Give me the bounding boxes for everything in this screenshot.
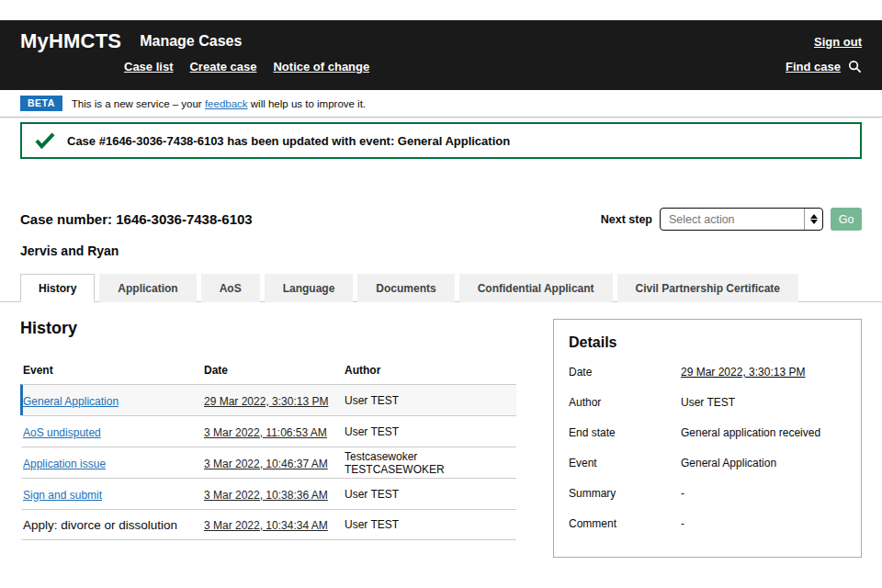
tab-confidential-applicant[interactable]: Confidential Applicant bbox=[459, 274, 613, 302]
details-row: Author User TEST bbox=[569, 396, 846, 426]
details-panel: Details Date 29 Mar 2022, 3:30:13 PM Aut… bbox=[553, 319, 862, 558]
table-row: General Application 29 Mar 2022, 3:30:13… bbox=[20, 384, 516, 415]
details-value-author: User TEST bbox=[681, 396, 846, 409]
success-message: Case #1646-3036-7438-6103 has been updat… bbox=[67, 134, 510, 148]
event-link[interactable]: AoS undisputed bbox=[23, 426, 101, 439]
app-title: Manage Cases bbox=[140, 33, 242, 50]
details-row: End state General application received bbox=[569, 426, 846, 457]
case-parties-name: Jervis and Ryan bbox=[20, 243, 862, 258]
event-date-link[interactable]: 3 Mar 2022, 10:46:37 AM bbox=[204, 458, 328, 470]
details-row: Summary - bbox=[569, 487, 846, 517]
case-tabstrip: History Application AoS Language Documen… bbox=[0, 274, 882, 302]
search-icon[interactable] bbox=[848, 60, 862, 74]
details-label-end-state: End state bbox=[569, 426, 681, 439]
details-value-date[interactable]: 29 Mar 2022, 3:30:13 PM bbox=[681, 366, 846, 379]
details-heading: Details bbox=[569, 334, 846, 351]
event-link[interactable]: General Application bbox=[23, 395, 119, 408]
column-header-event: Event bbox=[23, 364, 204, 377]
table-row: Application issue 3 Mar 2022, 10:46:37 A… bbox=[20, 447, 516, 478]
event-label: Apply: divorce or dissolution bbox=[23, 518, 177, 532]
nav-notice-of-change[interactable]: Notice of change bbox=[273, 60, 369, 74]
app-header: MyHMCTS Manage Cases Sign out Case list … bbox=[0, 20, 882, 90]
event-date-link[interactable]: 3 Mar 2022, 10:34:34 AM bbox=[204, 519, 328, 532]
nav-case-list[interactable]: Case list bbox=[124, 60, 173, 74]
event-author: User TEST bbox=[345, 488, 516, 501]
find-case-link[interactable]: Find case bbox=[786, 60, 841, 74]
column-header-author: Author bbox=[345, 364, 516, 377]
details-row: Comment - bbox=[569, 517, 846, 548]
tab-civil-partnership-certificate[interactable]: Civil Partnership Certificate bbox=[617, 274, 798, 302]
next-step-select[interactable]: Select action bbox=[660, 208, 823, 231]
tab-application[interactable]: Application bbox=[99, 274, 196, 302]
details-row: Date 29 Mar 2022, 3:30:13 PM bbox=[569, 366, 846, 396]
brand-logo[interactable]: MyHMCTS bbox=[20, 29, 121, 53]
tab-history[interactable]: History bbox=[20, 274, 95, 302]
event-author: User TEST bbox=[345, 394, 516, 407]
details-value-comment: - bbox=[681, 517, 846, 530]
nav-create-case[interactable]: Create case bbox=[189, 60, 256, 74]
go-button[interactable]: Go bbox=[831, 208, 862, 231]
history-section: History Event Date Author General Applic… bbox=[20, 319, 516, 540]
details-label-date: Date bbox=[569, 366, 681, 379]
next-step-selected-value: Select action bbox=[661, 213, 804, 226]
event-date-link[interactable]: 3 Mar 2022, 10:38:36 AM bbox=[204, 489, 328, 502]
beta-badge: BETA bbox=[20, 96, 62, 111]
tab-language[interactable]: Language bbox=[265, 274, 354, 302]
details-label-author: Author bbox=[569, 396, 681, 409]
success-banner: Case #1646-3036-7438-6103 has been updat… bbox=[20, 122, 862, 159]
details-row: Event General Application bbox=[569, 457, 846, 487]
select-stepper-icon bbox=[804, 209, 822, 230]
details-value-event: General Application bbox=[681, 457, 846, 469]
feedback-link[interactable]: feedback bbox=[205, 98, 248, 109]
table-row: AoS undisputed 3 Mar 2022, 11:06:53 AM U… bbox=[20, 415, 516, 447]
details-label-summary: Summary bbox=[569, 487, 681, 500]
history-table-header: Event Date Author bbox=[20, 360, 516, 384]
event-author: User TEST bbox=[345, 518, 516, 531]
event-author: User TEST bbox=[345, 425, 516, 438]
beta-text-before: This is a new service – your bbox=[72, 98, 205, 109]
details-label-comment: Comment bbox=[569, 517, 681, 530]
beta-text: This is a new service – your feedback wi… bbox=[72, 98, 366, 109]
sign-out-link[interactable]: Sign out bbox=[814, 35, 862, 49]
column-header-date: Date bbox=[204, 364, 345, 377]
details-label-event: Event bbox=[569, 457, 681, 469]
history-table: Event Date Author General Application 29… bbox=[20, 360, 516, 540]
next-step-label: Next step bbox=[601, 213, 652, 226]
beta-text-after: will help us to improve it. bbox=[248, 98, 366, 109]
case-number: Case number: 1646-3036-7438-6103 bbox=[20, 211, 253, 227]
event-author: Testcasewoker TESTCASEWOKER bbox=[345, 450, 516, 476]
manage-cases-page: MyHMCTS Manage Cases Sign out Case list … bbox=[0, 0, 882, 588]
tab-aos[interactable]: AoS bbox=[201, 274, 260, 302]
details-value-end-state: General application received bbox=[681, 426, 846, 439]
table-row: Sign and submit 3 Mar 2022, 10:38:36 AM … bbox=[20, 478, 516, 509]
table-row: Apply: divorce or dissolution 3 Mar 2022… bbox=[20, 509, 516, 540]
event-link[interactable]: Application issue bbox=[23, 458, 106, 470]
event-link[interactable]: Sign and submit bbox=[23, 489, 102, 502]
details-value-summary: - bbox=[681, 487, 846, 500]
event-date-link[interactable]: 29 Mar 2022, 3:30:13 PM bbox=[204, 395, 328, 408]
tab-documents[interactable]: Documents bbox=[357, 274, 454, 302]
history-heading: History bbox=[20, 319, 516, 338]
beta-phase-banner: BETA This is a new service – your feedba… bbox=[0, 90, 882, 118]
checkmark-icon bbox=[35, 132, 55, 149]
event-date-link[interactable]: 3 Mar 2022, 11:06:53 AM bbox=[204, 426, 327, 439]
